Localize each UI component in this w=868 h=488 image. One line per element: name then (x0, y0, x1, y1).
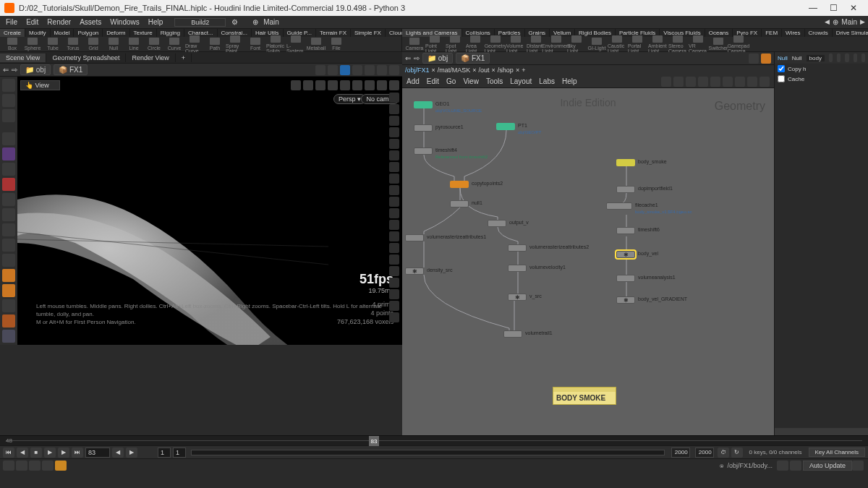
net-menu-layout[interactable]: Layout (510, 77, 532, 85)
status-icon[interactable] (29, 461, 41, 471)
audio-icon[interactable] (2, 314, 15, 328)
rt-icon[interactable] (389, 312, 399, 322)
tool-switcher[interactable]: Switcher (709, 38, 728, 51)
select-tool-icon[interactable] (2, 79, 15, 92)
lock-icon[interactable] (2, 147, 15, 160)
inspect-icon[interactable] (2, 299, 15, 312)
net-tool-icon[interactable] (735, 77, 745, 87)
current-frame-field[interactable]: 83 (85, 448, 110, 458)
display-icon[interactable] (340, 65, 350, 75)
node-pt1[interactable]: PT1obj/GEO/PT (496, 123, 515, 130)
next-frame-button[interactable]: ▶ (58, 448, 69, 458)
node-density-src[interactable]: ✱density_src (405, 267, 424, 275)
shelf-tab[interactable]: Wires (782, 29, 804, 37)
snap-icon[interactable] (328, 65, 338, 75)
tool-circle[interactable]: Circle (145, 38, 163, 51)
obj-chip[interactable]: 📁 obj (422, 53, 453, 64)
shelf-tab[interactable]: Terrain FX (316, 29, 351, 37)
status-icon[interactable] (16, 461, 27, 471)
tool-platonic[interactable]: Platonic Solids (266, 35, 285, 53)
rt-icon[interactable] (389, 208, 399, 218)
sticky-note[interactable]: BODY SMOKE (553, 387, 616, 405)
pin-icon[interactable] (315, 65, 326, 75)
status-icon[interactable] (3, 461, 14, 471)
obj-chip[interactable]: 📁 obj (20, 64, 51, 75)
node-body-smoke[interactable]: body_smoke (616, 159, 635, 166)
tool-portallight[interactable]: Portal Light (628, 35, 647, 53)
node-output-v[interactable]: output_v (488, 220, 506, 227)
menu-render[interactable]: Render (44, 17, 74, 27)
tool-box[interactable]: Box (3, 38, 22, 51)
tool-font[interactable]: Font (246, 38, 265, 51)
vp-icon[interactable] (389, 80, 399, 90)
net-icon[interactable] (761, 53, 771, 64)
tool-pointlight[interactable]: Point Light (425, 35, 444, 53)
net-menu-tools[interactable]: Tools (486, 77, 503, 85)
tool-spraypaint[interactable]: Spray Paint (226, 35, 244, 53)
render-icon[interactable] (389, 65, 399, 75)
crumb[interactable]: /mat/MASK (438, 67, 471, 74)
net-menu-view[interactable]: View (463, 77, 479, 85)
rt-icon[interactable] (389, 150, 399, 160)
range-end-field[interactable]: 2000 (671, 448, 690, 458)
coffee-icon[interactable] (2, 330, 15, 343)
move-tool-icon[interactable] (2, 208, 15, 221)
rt-icon[interactable] (389, 104, 399, 114)
vp-icon[interactable] (315, 80, 326, 90)
shelf-tab[interactable]: FEM (762, 29, 782, 37)
close-button[interactable]: ✕ (843, 3, 864, 13)
status-icon[interactable] (790, 461, 801, 471)
shelf-tab[interactable]: Drive Simulation (833, 29, 868, 37)
rt-icon[interactable] (389, 174, 399, 184)
node-chip[interactable]: 📦 FX1 (456, 53, 490, 64)
param-icon[interactable] (829, 53, 833, 62)
arrow-tool-icon[interactable] (2, 132, 15, 145)
copy-checkbox[interactable] (778, 65, 785, 72)
tool-sphere[interactable]: Sphere (23, 38, 42, 51)
tab-render-view[interactable]: Render View (126, 53, 175, 62)
net-menu-help[interactable]: Help (562, 77, 577, 85)
transform-tool-icon[interactable] (2, 254, 15, 267)
tool-gilight[interactable]: GI-Light (587, 38, 606, 51)
shelf-tab[interactable]: Texture (130, 29, 157, 37)
net-tool-icon[interactable] (723, 77, 733, 87)
rt-icon[interactable] (389, 301, 399, 311)
tool-skylight[interactable]: Sky Light (567, 35, 586, 53)
rt-icon[interactable] (389, 197, 399, 207)
rt-icon[interactable] (389, 231, 399, 241)
desktop-selector[interactable]: Build2 (174, 18, 226, 27)
nav-back-icon[interactable]: ⇐ (405, 54, 411, 62)
tool-ambientlight[interactable]: Ambient Light (648, 35, 667, 53)
net-menu-labs[interactable]: Labs (539, 77, 555, 85)
param-icon[interactable] (854, 53, 857, 62)
tool-path[interactable]: Path (205, 38, 224, 51)
status-icon[interactable] (777, 461, 788, 471)
node-vrat1[interactable]: volumerasterizeattributes1 (405, 234, 424, 241)
crumb[interactable]: /obj/FX1 (405, 67, 430, 74)
vp-icon[interactable] (365, 80, 375, 90)
tool-causticlight[interactable]: Caustic Light (608, 35, 626, 53)
range-start-field[interactable]: 1 (158, 448, 171, 458)
vp-icon[interactable] (303, 80, 313, 90)
net-menu-add[interactable]: Add (407, 77, 420, 85)
radial-next-icon[interactable]: ▶ (860, 18, 865, 25)
node-filecache1[interactable]: filecache1body_smoke_v1.$F4.bgeo.sc (606, 202, 632, 210)
tool-arealight[interactable]: Area Light (466, 35, 485, 53)
shelf-tab[interactable]: Simple FX (351, 29, 386, 37)
tab-add[interactable]: + (176, 53, 192, 62)
net-menu-go[interactable]: Go (446, 77, 456, 85)
select-icon[interactable] (377, 65, 387, 75)
tab-geo-spreadsheet[interactable]: Geometry Spreadsheet (46, 53, 126, 62)
shelf-tab[interactable]: Crowds (805, 29, 833, 37)
vp-icon[interactable] (352, 80, 362, 90)
param-icon[interactable] (837, 53, 841, 62)
tool-gamepadcam[interactable]: Gamepad Camera (729, 35, 748, 53)
status-path[interactable]: /obj/FX1/body... (723, 462, 777, 469)
net-tool-icon[interactable] (673, 77, 684, 87)
menu-assets[interactable]: Assets (77, 17, 104, 27)
rt-icon[interactable] (389, 220, 399, 230)
range-start2-field[interactable]: 1 (173, 448, 186, 458)
rotate-tool-icon[interactable] (2, 223, 15, 236)
rt-icon[interactable] (389, 185, 399, 195)
auto-update-dropdown[interactable]: Auto Update (803, 461, 852, 471)
